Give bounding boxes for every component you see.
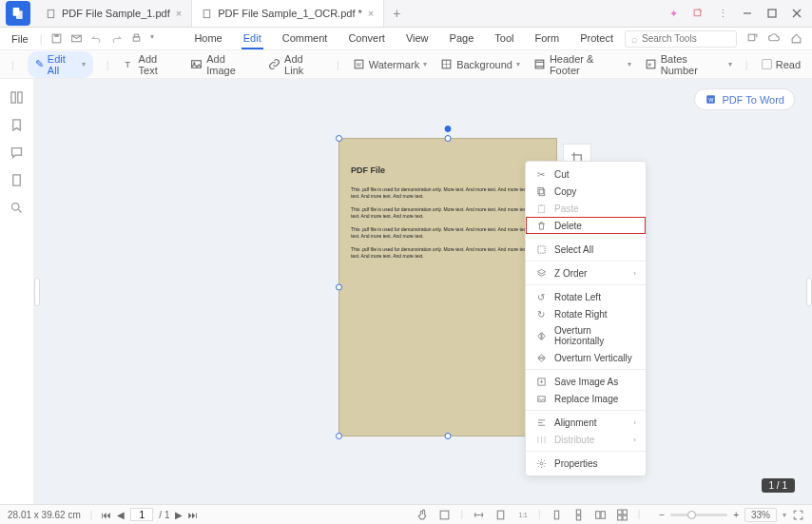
- select-tool-icon[interactable]: [438, 509, 451, 521]
- first-page-icon[interactable]: ⏮: [102, 510, 111, 520]
- context-menu: ✂Cut Copy Paste Delete Select All Z Orde…: [525, 161, 647, 476]
- qat-dropdown[interactable]: ▾: [150, 32, 154, 45]
- menu-tool[interactable]: Tool: [493, 29, 515, 49]
- print-icon[interactable]: [130, 32, 143, 45]
- add-text-tool[interactable]: T Add Text: [123, 53, 178, 76]
- hand-tool-icon[interactable]: [416, 509, 429, 521]
- menu-protect[interactable]: Protect: [578, 29, 615, 49]
- zoom-out-icon[interactable]: −: [659, 510, 665, 520]
- actual-size-icon[interactable]: 1:1: [516, 509, 529, 521]
- ctx-replace-image[interactable]: Replace Image: [526, 390, 646, 407]
- redo-icon[interactable]: [110, 32, 123, 45]
- maximize-button[interactable]: [763, 4, 782, 23]
- bates-number-tool[interactable]: # Bates Number ▾: [645, 53, 732, 76]
- two-page-icon[interactable]: [594, 509, 607, 521]
- ctx-copy[interactable]: Copy: [526, 183, 646, 200]
- ctx-cut[interactable]: ✂Cut: [526, 165, 646, 183]
- read-checkbox[interactable]: [762, 59, 772, 69]
- share-icon[interactable]: [688, 4, 707, 23]
- page-number-input[interactable]: [130, 508, 153, 521]
- resize-handle-w[interactable]: [336, 284, 342, 291]
- svg-rect-34: [537, 187, 543, 193]
- ctx-z-order[interactable]: Z Order›: [526, 264, 646, 281]
- last-page-icon[interactable]: ⏭: [188, 510, 198, 520]
- ctx-alignment[interactable]: Alignment›: [526, 414, 646, 431]
- save-icon[interactable]: [50, 32, 63, 45]
- watermark-tool[interactable]: W Watermark ▾: [353, 58, 427, 70]
- new-tab-button[interactable]: +: [384, 6, 409, 21]
- bookmark-icon[interactable]: [10, 118, 24, 132]
- zoom-thumb[interactable]: [687, 511, 696, 519]
- background-tool[interactable]: Background ▾: [440, 58, 520, 70]
- tab-pdf-sample-ocr[interactable]: PDF File Sample_1_OCR.pdf * ×: [192, 0, 384, 27]
- next-page-icon[interactable]: ▶: [175, 510, 183, 520]
- menu-edit[interactable]: Edit: [242, 29, 263, 49]
- comment-icon[interactable]: [10, 146, 24, 160]
- decoration-icon[interactable]: ✦: [664, 4, 683, 23]
- edit-all-tool[interactable]: ✎ Edit All ▾: [28, 51, 93, 78]
- svg-rect-6: [768, 10, 776, 17]
- resize-handle-s[interactable]: [445, 433, 452, 439]
- pdf-to-word-button[interactable]: W PDF To Word: [694, 88, 795, 110]
- zoom-value[interactable]: 33%: [744, 508, 777, 522]
- rotate-handle[interactable]: [445, 126, 452, 132]
- tab-pdf-sample-1[interactable]: PDF File Sample_1.pdf ×: [36, 0, 192, 27]
- header-footer-tool[interactable]: Header & Footer ▾: [533, 53, 631, 76]
- resize-handle-sw[interactable]: [336, 433, 342, 439]
- menu-convert[interactable]: Convert: [346, 29, 387, 49]
- ctx-save-image[interactable]: Save Image As: [526, 373, 646, 390]
- close-window-button[interactable]: [787, 4, 806, 23]
- attachment-icon[interactable]: [10, 173, 24, 187]
- resize-handle-n[interactable]: [445, 135, 452, 142]
- search-input[interactable]: [642, 33, 718, 44]
- prev-page-icon[interactable]: ◀: [117, 510, 125, 520]
- cloud-icon[interactable]: [768, 32, 781, 45]
- ctx-rotate-right[interactable]: ↻Rotate Right: [526, 305, 646, 322]
- thumbnails-icon[interactable]: [10, 90, 24, 105]
- menu-view[interactable]: View: [404, 29, 431, 49]
- add-image-tool[interactable]: Add Image: [190, 53, 255, 76]
- mail-icon[interactable]: [70, 32, 83, 45]
- distribute-icon: [535, 434, 547, 445]
- add-link-tool[interactable]: Add Link: [268, 53, 323, 76]
- search-rail-icon[interactable]: [10, 201, 24, 215]
- menu-form[interactable]: Form: [532, 29, 561, 49]
- ctx-properties[interactable]: Properties: [526, 455, 646, 472]
- canvas[interactable]: W PDF To Word PDF File This .pdf file is…: [34, 79, 812, 504]
- resize-handle-nw[interactable]: [336, 135, 342, 142]
- share-icon[interactable]: [746, 32, 759, 45]
- read-tool[interactable]: Read: [762, 59, 801, 70]
- panel-expand-left[interactable]: [34, 278, 40, 306]
- fit-width-icon[interactable]: [473, 509, 485, 521]
- zoom-in-icon[interactable]: +: [733, 510, 739, 520]
- fit-page-icon[interactable]: [494, 509, 507, 521]
- single-page-icon[interactable]: [551, 509, 563, 521]
- undo-icon[interactable]: [90, 32, 103, 45]
- zoom-dropdown[interactable]: ▾: [783, 511, 786, 519]
- ctx-label: Paste: [554, 204, 579, 214]
- ctx-overturn-horizontal[interactable]: Overturn Horizontally: [526, 322, 646, 349]
- ctx-overturn-vertical[interactable]: Overturn Vertically: [526, 349, 646, 366]
- file-menu[interactable]: File: [0, 33, 40, 45]
- ctx-separator: [526, 369, 646, 370]
- menu-page[interactable]: Page: [448, 29, 476, 49]
- image-icon: [190, 58, 203, 70]
- ctx-select-all[interactable]: Select All: [526, 241, 646, 258]
- menu-home[interactable]: Home: [192, 29, 223, 49]
- panel-expand-right[interactable]: [806, 278, 812, 306]
- ctx-delete[interactable]: Delete: [526, 217, 646, 234]
- continuous-icon[interactable]: [572, 509, 585, 521]
- ctx-rotate-left[interactable]: ↺Rotate Left: [526, 288, 646, 305]
- svg-rect-14: [748, 34, 755, 41]
- search-tools[interactable]: ⌕: [625, 30, 737, 48]
- fullscreen-icon[interactable]: [792, 509, 804, 521]
- two-page-cont-icon[interactable]: [616, 509, 628, 521]
- menu-comment[interactable]: Comment: [280, 29, 330, 49]
- zoom-slider[interactable]: [670, 514, 727, 516]
- minimize-button[interactable]: [738, 4, 757, 23]
- home-icon[interactable]: [790, 32, 802, 45]
- close-icon[interactable]: ×: [176, 8, 182, 19]
- page-para: This .pdf file is used for demonstration…: [351, 186, 545, 200]
- kebab-icon[interactable]: ⋮: [713, 4, 732, 23]
- close-icon[interactable]: ×: [368, 8, 374, 19]
